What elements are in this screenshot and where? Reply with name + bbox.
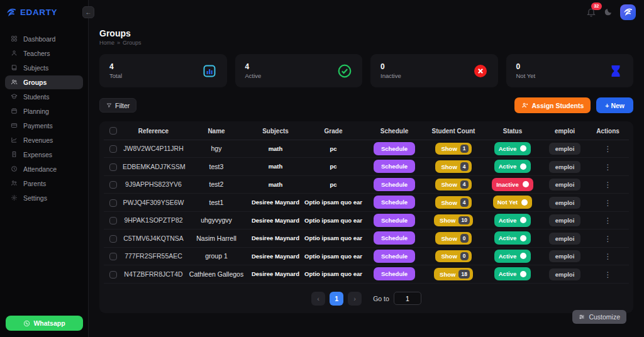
emploi-button[interactable]: emploi — [549, 268, 581, 280]
assign-students-button[interactable]: Assign Students — [514, 97, 591, 113]
row-checkbox[interactable] — [109, 163, 117, 171]
sidebar-item-label: Settings — [23, 194, 47, 202]
sidebar-item-subjects[interactable]: Subjects — [5, 61, 83, 75]
emploi-button[interactable]: emploi — [549, 161, 581, 173]
schedule-button[interactable]: Schedule — [374, 178, 415, 191]
show-students-button[interactable]: Show 4 — [435, 160, 471, 173]
row-actions-menu-icon[interactable]: ⋮ — [604, 216, 612, 225]
cell-reference: EDBEMKADJ7KSSM — [123, 158, 184, 176]
show-students-button[interactable]: Show 1 — [435, 143, 471, 155]
pagination-prev-button[interactable]: ‹ — [311, 292, 325, 306]
clock-icon — [11, 165, 18, 172]
emploi-button[interactable]: emploi — [549, 233, 581, 245]
student-count-badge: 1 — [460, 145, 469, 153]
status-badge[interactable]: Not Yet — [493, 196, 533, 209]
status-badge[interactable]: Inactive — [492, 178, 533, 191]
sidebar-item-parents[interactable]: Parents — [5, 177, 83, 191]
cell-name: hgy — [184, 140, 248, 158]
emploi-button[interactable]: emploi — [549, 179, 581, 191]
cell-grade: Optio ipsam quo ear — [303, 229, 364, 248]
sidebar-item-expenses[interactable]: Expenses — [5, 148, 83, 162]
row-checkbox[interactable] — [109, 253, 117, 260]
customize-label: Customize — [589, 313, 620, 321]
show-students-button[interactable]: Show 0 — [435, 232, 471, 245]
row-checkbox[interactable] — [109, 235, 117, 243]
status-dot-icon — [520, 145, 526, 152]
cell-subjects: Desiree Maynard — [248, 247, 303, 265]
cell-name: Nasim Harrell — [184, 229, 248, 248]
show-students-button[interactable]: Show 4 — [435, 179, 471, 191]
row-actions-menu-icon[interactable]: ⋮ — [604, 199, 612, 207]
show-students-button[interactable]: Show 10 — [434, 214, 473, 227]
sidebar-item-dashboard[interactable]: Dashboard — [5, 32, 83, 46]
notifications-button[interactable]: 32 — [586, 7, 596, 17]
arrow-left-icon: ← — [86, 9, 92, 16]
row-checkbox[interactable] — [109, 181, 117, 189]
goto-page-input[interactable] — [394, 292, 421, 305]
row-checkbox[interactable] — [109, 145, 117, 153]
status-dot-icon — [520, 253, 526, 259]
sidebar-item-students[interactable]: Students — [5, 90, 83, 104]
sidebar-item-teachers[interactable]: Teachers — [5, 47, 83, 60]
row-actions-menu-icon[interactable]: ⋮ — [604, 180, 612, 189]
status-badge[interactable]: Active — [494, 214, 531, 227]
select-all-checkbox[interactable] — [109, 127, 117, 135]
emploi-button[interactable]: emploi — [549, 143, 581, 155]
sidebar-item-groups[interactable]: Groups — [5, 75, 83, 89]
status-badge[interactable]: Active — [494, 231, 531, 245]
status-badge[interactable]: Active — [494, 142, 531, 155]
row-checkbox[interactable] — [109, 271, 117, 279]
show-label: Show — [441, 163, 457, 170]
schedule-button[interactable]: Schedule — [374, 250, 415, 263]
row-actions-menu-icon[interactable]: ⋮ — [604, 145, 612, 153]
whatsapp-button[interactable]: Whatsapp — [6, 316, 83, 331]
row-checkbox[interactable] — [109, 217, 117, 224]
sidebar: EDARTY DashboardTeachersSubjectsGroupsSt… — [0, 0, 89, 337]
sidebar-collapse-button[interactable]: ← — [82, 6, 94, 18]
pagination-next-button[interactable]: › — [348, 292, 362, 306]
sidebar-item-settings[interactable]: Settings — [5, 191, 83, 205]
theme-toggle-moon-icon[interactable] — [604, 8, 613, 16]
schedule-button[interactable]: Schedule — [374, 267, 415, 280]
show-students-button[interactable]: Show 18 — [434, 268, 473, 280]
status-badge[interactable]: Active — [494, 267, 531, 280]
filter-button[interactable]: Filter — [99, 98, 136, 113]
breadcrumb-home[interactable]: Home — [99, 40, 114, 46]
status-badge[interactable]: Active — [494, 250, 531, 263]
brand-name: EDARTY — [20, 8, 57, 17]
sidebar-item-attendance[interactable]: Attendance — [5, 162, 83, 176]
emploi-button[interactable]: emploi — [549, 214, 581, 226]
cell-name: group 1 — [184, 247, 248, 265]
new-button[interactable]: + New — [596, 97, 633, 113]
stat-value: 4 — [109, 62, 122, 71]
schedule-button[interactable]: Schedule — [374, 214, 415, 227]
schedule-button[interactable]: Schedule — [374, 231, 415, 245]
status-badge[interactable]: Active — [494, 160, 531, 173]
stat-value: 4 — [245, 62, 262, 71]
customize-button[interactable]: Customize — [572, 310, 626, 324]
emploi-button[interactable]: emploi — [549, 250, 581, 262]
schedule-button[interactable]: Schedule — [374, 160, 415, 173]
user-avatar[interactable] — [620, 4, 636, 20]
users-icon — [11, 79, 18, 86]
row-actions-menu-icon[interactable]: ⋮ — [604, 163, 612, 172]
schedule-button[interactable]: Schedule — [374, 142, 415, 155]
pagination-page-1-button[interactable]: 1 — [330, 292, 343, 306]
breadcrumb-separator: » — [117, 40, 120, 46]
sidebar-item-payments[interactable]: Payments — [5, 119, 83, 133]
topbar: 32 — [89, 0, 644, 24]
show-students-button[interactable]: Show 0 — [435, 250, 471, 263]
schedule-button[interactable]: Schedule — [374, 196, 415, 209]
show-students-button[interactable]: Show 4 — [435, 196, 471, 209]
row-checkbox[interactable] — [109, 199, 117, 207]
row-actions-menu-icon[interactable]: ⋮ — [604, 270, 612, 279]
sidebar-item-planning[interactable]: Planning — [5, 104, 83, 118]
filter-label: Filter — [115, 102, 130, 109]
stat-text: 0 Not Yet — [516, 62, 536, 79]
row-actions-menu-icon[interactable]: ⋮ — [604, 252, 612, 261]
sidebar-item-revenues[interactable]: Revenues — [5, 133, 83, 147]
row-actions-menu-icon[interactable]: ⋮ — [604, 235, 612, 243]
whatsapp-icon — [23, 320, 30, 327]
emploi-button[interactable]: emploi — [549, 197, 581, 209]
chevron-left-icon: ‹ — [317, 295, 319, 302]
